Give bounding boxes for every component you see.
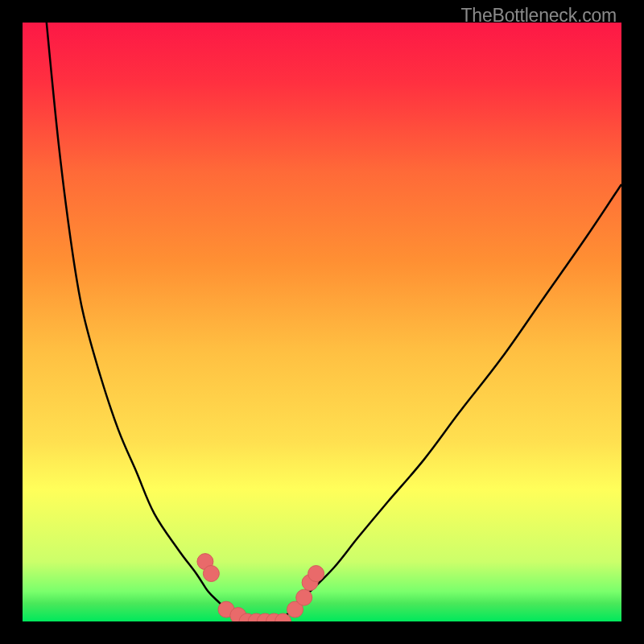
marker-group bbox=[197, 554, 324, 621]
attribution-text: TheBottleneck.com bbox=[461, 5, 617, 27]
curve-path-group bbox=[47, 23, 621, 621]
data-marker bbox=[308, 566, 324, 582]
chart-svg bbox=[23, 23, 621, 621]
chart-frame: TheBottleneck.com bbox=[0, 0, 644, 644]
curve-right bbox=[280, 184, 621, 621]
plot-area bbox=[23, 23, 621, 621]
data-marker bbox=[203, 566, 219, 582]
data-marker bbox=[296, 589, 312, 605]
curve-left bbox=[47, 23, 244, 621]
